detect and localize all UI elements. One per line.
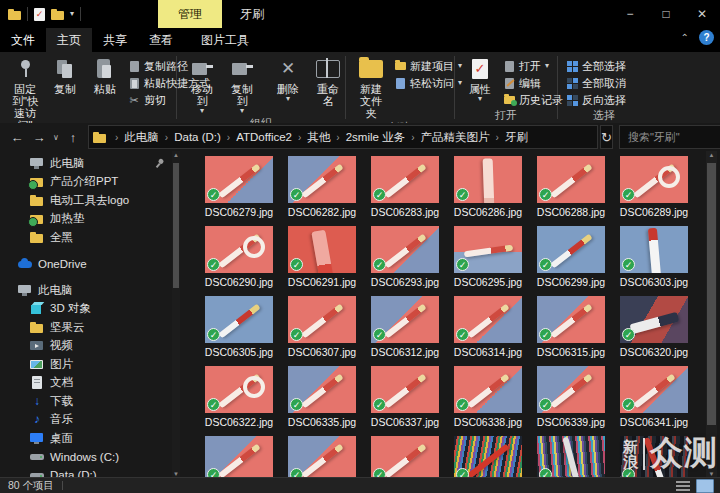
file-item[interactable]: ✓DSC06282.jpg bbox=[288, 156, 371, 226]
sidebar-item[interactable]: 全黑 bbox=[0, 228, 172, 247]
sidebar-scrollbar[interactable]: ▲ ▼ bbox=[172, 151, 180, 478]
scroll-up-icon[interactable]: ▲ bbox=[172, 151, 180, 159]
breadcrumb-segment[interactable]: 产品精美图片 bbox=[418, 131, 491, 143]
chevron-down-icon[interactable]: ▾ bbox=[70, 10, 74, 18]
scrollbar-thumb[interactable] bbox=[173, 163, 179, 288]
file-thumbnail[interactable]: ✓ bbox=[371, 296, 439, 343]
paste-button[interactable]: 粘贴 bbox=[86, 56, 124, 96]
breadcrumb-segment[interactable]: 2smile 业务 bbox=[344, 131, 407, 143]
file-thumbnail[interactable]: ✓ bbox=[205, 436, 273, 478]
file-thumbnail[interactable]: ✓ bbox=[371, 226, 439, 273]
file-item[interactable]: ✓DSC06305.jpg bbox=[205, 296, 288, 366]
file-thumbnail[interactable]: ✓ bbox=[205, 296, 273, 343]
sidebar-item[interactable]: 图片 bbox=[0, 355, 172, 374]
file-item[interactable]: ✓DSC06295.jpg bbox=[454, 226, 537, 296]
file-item[interactable]: ✓DSC06291.jpg bbox=[288, 226, 371, 296]
sidebar-item[interactable]: ♪音乐 bbox=[0, 411, 172, 430]
back-button[interactable]: ← bbox=[6, 126, 28, 148]
recent-locations-chevron[interactable]: ∨ bbox=[50, 126, 62, 148]
sidebar-item[interactable]: 此电脑 bbox=[0, 154, 172, 173]
file-item[interactable]: ✓DSC06283.jpg bbox=[371, 156, 454, 226]
file-item[interactable]: ✓DSC06299.jpg bbox=[537, 226, 620, 296]
copy-button[interactable]: 复制 bbox=[46, 56, 84, 96]
file-thumbnail[interactable]: ✓ bbox=[537, 156, 605, 203]
forward-button[interactable]: → bbox=[28, 126, 50, 148]
folder-icon[interactable] bbox=[51, 8, 64, 21]
file-thumbnail[interactable]: ✓ bbox=[371, 156, 439, 203]
file-thumbnail[interactable]: ✓ bbox=[371, 366, 439, 413]
file-thumbnail[interactable]: ✓ bbox=[288, 156, 356, 203]
file-item[interactable]: ✓DSC06315.jpg bbox=[537, 296, 620, 366]
file-thumbnail[interactable]: ✓ bbox=[454, 366, 522, 413]
file-item[interactable]: ✓ bbox=[371, 436, 454, 478]
edit-button[interactable]: 编辑 bbox=[501, 75, 565, 91]
breadcrumb-segment[interactable]: Data (D:) bbox=[172, 131, 223, 143]
large-icons-view-button[interactable] bbox=[696, 479, 714, 493]
sidebar-item[interactable]: 此电脑 bbox=[0, 281, 172, 300]
invert-selection-button[interactable]: 反向选择 bbox=[564, 92, 628, 108]
collapse-ribbon-icon[interactable]: ⌃ bbox=[681, 32, 689, 43]
tab-4[interactable]: 图片工具 bbox=[190, 28, 260, 52]
sidebar-item[interactable]: 视频 bbox=[0, 337, 172, 356]
file-thumbnail[interactable]: ✓ bbox=[620, 296, 688, 343]
tab-1[interactable]: 主页 bbox=[46, 28, 92, 52]
file-item[interactable]: ✓DSC06322.jpg bbox=[205, 366, 288, 436]
breadcrumb-segment[interactable]: 其他 bbox=[305, 131, 332, 143]
file-thumbnail[interactable]: ✓ bbox=[205, 156, 273, 203]
file-item[interactable]: ✓DSC06335.jpg bbox=[288, 366, 371, 436]
sidebar-item[interactable]: 加热垫 bbox=[0, 210, 172, 229]
file-thumbnail[interactable]: ✓ bbox=[288, 296, 356, 343]
file-item[interactable]: ✓DSC06337.jpg bbox=[371, 366, 454, 436]
file-thumbnail[interactable]: ✓ bbox=[454, 436, 522, 478]
file-item[interactable]: ✓DSC06288.jpg bbox=[537, 156, 620, 226]
content-scrollbar[interactable]: ▲ ▼ bbox=[706, 151, 717, 478]
select-all-button[interactable]: 全部选择 bbox=[564, 58, 628, 74]
breadcrumb-segment[interactable]: ATDoffice2 bbox=[234, 131, 294, 143]
new-folder-button[interactable]: 新建文件夹 bbox=[352, 56, 390, 120]
file-thumbnail[interactable]: ✓ bbox=[205, 366, 273, 413]
details-view-button[interactable] bbox=[676, 481, 690, 491]
address-bar[interactable]: › 此电脑›Data (D:)›ATDoffice2›其他›2smile 业务›… bbox=[88, 125, 598, 149]
sidebar-item[interactable]: 坚果云 bbox=[0, 318, 172, 337]
maximize-button[interactable]: □ bbox=[648, 0, 684, 28]
file-item[interactable]: ✓ bbox=[205, 436, 288, 478]
file-item[interactable]: ✓DSC06314.jpg bbox=[454, 296, 537, 366]
breadcrumb-segment[interactable]: 牙刷 bbox=[503, 131, 530, 143]
tab-3[interactable]: 查看 bbox=[138, 28, 184, 52]
file-item[interactable]: ✓DSC06293.jpg bbox=[371, 226, 454, 296]
new-item-button[interactable]: 新建项目 ▾ bbox=[392, 58, 464, 74]
up-button[interactable]: ↑ bbox=[62, 126, 84, 148]
file-item[interactable]: ✓DSC06307.jpg bbox=[288, 296, 371, 366]
file-thumbnail[interactable]: ✓ bbox=[288, 226, 356, 273]
properties-button[interactable]: ✓ 属性 ▾ bbox=[461, 56, 499, 104]
scrollbar-thumb[interactable] bbox=[707, 163, 716, 425]
sidebar-item[interactable]: 3D 对象 bbox=[0, 300, 172, 319]
breadcrumb-segment[interactable]: 此电脑 bbox=[122, 131, 161, 143]
folder-icon[interactable] bbox=[8, 8, 21, 21]
tab-2[interactable]: 共享 bbox=[92, 28, 138, 52]
file-item[interactable]: ✓DSC06320.jpg bbox=[620, 296, 703, 366]
file-item[interactable]: ✓DSC06286.jpg bbox=[454, 156, 537, 226]
file-thumbnail[interactable]: ✓ bbox=[620, 156, 688, 203]
open-button[interactable]: 打开 ▾ bbox=[501, 58, 565, 74]
help-icon[interactable]: ? bbox=[699, 30, 714, 45]
manage-contextual-tab[interactable]: 管理 bbox=[158, 0, 222, 28]
sidebar-item[interactable]: 文档 bbox=[0, 374, 172, 393]
close-button[interactable]: ✕ bbox=[684, 0, 720, 28]
file-item[interactable]: ✓ bbox=[537, 436, 620, 478]
file-thumbnail[interactable]: ✓ bbox=[537, 366, 605, 413]
sidebar-item[interactable]: 产品介绍PPT bbox=[0, 173, 172, 192]
file-item[interactable]: ✓DSC06312.jpg bbox=[371, 296, 454, 366]
file-thumbnail[interactable]: ✓ bbox=[454, 156, 522, 203]
file-thumbnail[interactable]: ✓ bbox=[620, 366, 688, 413]
file-item[interactable]: ✓DSC06303.jpg bbox=[620, 226, 703, 296]
file-thumbnail[interactable]: ✓ bbox=[371, 436, 439, 478]
sidebar-item[interactable]: OneDrive bbox=[0, 255, 172, 274]
file-thumbnail[interactable]: ✓ bbox=[537, 436, 605, 478]
file-item[interactable]: ✓DSC06338.jpg bbox=[454, 366, 537, 436]
easy-access-button[interactable]: 轻松访问 ▾ bbox=[392, 75, 464, 91]
file-thumbnail[interactable]: ✓ bbox=[537, 296, 605, 343]
scroll-up-icon[interactable]: ▲ bbox=[706, 151, 717, 159]
file-thumbnail[interactable]: ✓ bbox=[537, 226, 605, 273]
file-item[interactable]: ✓DSC06290.jpg bbox=[205, 226, 288, 296]
